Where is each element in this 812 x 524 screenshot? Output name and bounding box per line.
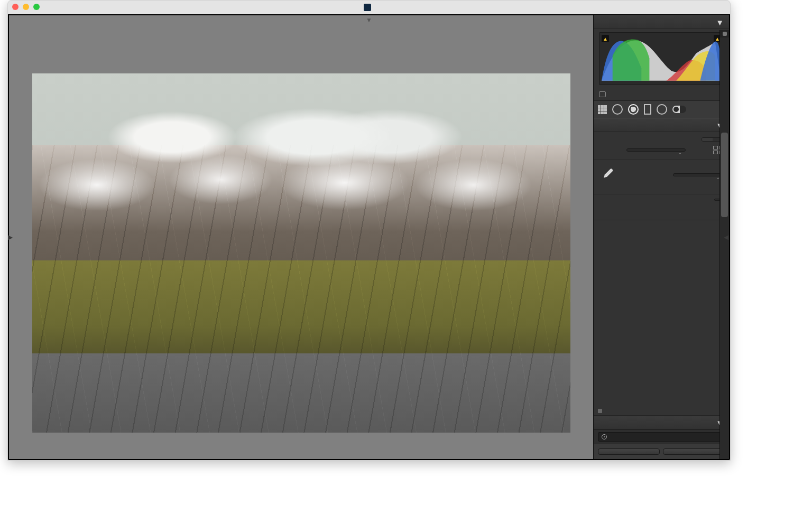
disclosure-triangle-icon: ▼ (716, 18, 724, 27)
basic-panel-header[interactable]: ▼ (594, 118, 729, 132)
spot-removal-tool[interactable] (612, 104, 623, 115)
left-panel-grip[interactable]: ▶ (8, 233, 13, 241)
image-canvas-area: ▶ (9, 15, 593, 459)
minimize-window-button[interactable] (23, 4, 29, 10)
app-chrome: ▼ ▶ ▼ (8, 14, 730, 460)
histogram-graph (602, 36, 721, 81)
checkbox-icon (599, 91, 606, 97)
window-controls (12, 4, 40, 10)
solo-mode-toggle[interactable] (720, 30, 729, 38)
tone-curve-target-row (594, 429, 729, 444)
wb-dropdown[interactable] (673, 173, 724, 176)
panel-switch-icon[interactable] (598, 409, 602, 413)
local-tools-strip (594, 101, 729, 118)
profile-dropdown[interactable] (626, 148, 686, 152)
previous-button[interactable] (598, 448, 660, 455)
histogram-display[interactable]: ▲ ▲ (599, 32, 724, 85)
photo-preview[interactable] (32, 73, 570, 433)
crop-tool[interactable] (598, 105, 607, 114)
window-title (364, 4, 374, 11)
app-window: ▼ ▶ ▼ (7, 0, 731, 461)
basic-panel (594, 132, 729, 416)
titlebar (8, 1, 730, 14)
dev-bottom-buttons (594, 444, 729, 459)
close-window-button[interactable] (12, 4, 19, 10)
reset-button[interactable] (663, 448, 725, 455)
histogram-section: ▲ ▲ (594, 29, 729, 101)
target-adjustment-icon (602, 434, 607, 439)
histogram-panel-header[interactable]: ▼ (594, 15, 729, 29)
tone-curve-panel-header[interactable]: ▼ (594, 416, 729, 429)
top-panel-grip[interactable]: ▼ (366, 16, 372, 24)
right-panel-scrollbar[interactable] (719, 30, 729, 459)
workspace: ▼ ▶ ▼ (9, 15, 729, 459)
graduated-filter-tool[interactable] (644, 104, 651, 115)
adjustment-brush-tool[interactable] (672, 106, 686, 113)
app-icon (364, 4, 371, 11)
red-eye-tool[interactable] (628, 104, 639, 115)
tone-curve-target-well[interactable] (598, 432, 725, 442)
original-photo-toggle[interactable] (599, 88, 724, 97)
radial-filter-tool[interactable] (657, 104, 667, 115)
right-panel-grip[interactable]: ◀ (724, 233, 728, 241)
treatment-color[interactable] (702, 138, 713, 141)
zoom-window-button[interactable] (33, 4, 40, 10)
white-balance-eyedropper-icon[interactable] (597, 164, 618, 185)
scrollbar-thumb[interactable] (721, 133, 728, 217)
develop-right-panel: ▼ ▲ ▲ (593, 15, 729, 459)
